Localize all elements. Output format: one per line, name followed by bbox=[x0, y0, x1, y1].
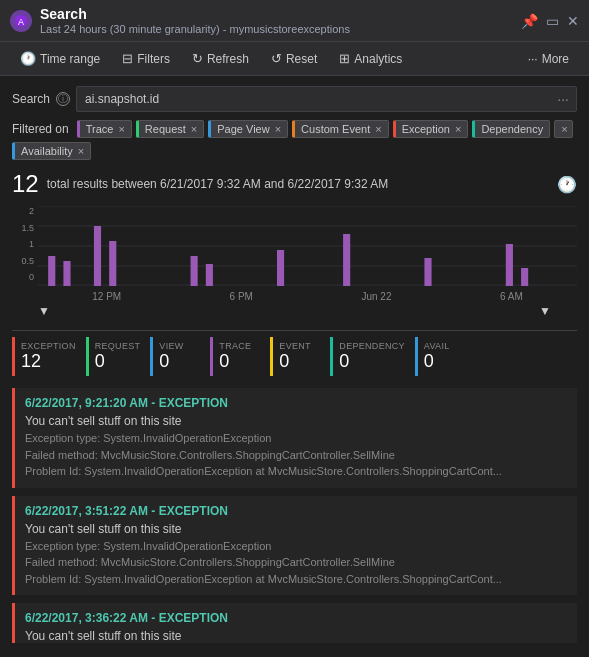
legend-request-label: REQUEST bbox=[95, 341, 141, 351]
legend-dependency[interactable]: DEPENDENCY 0 bbox=[330, 337, 415, 376]
window-controls: 📌 ▭ ✕ bbox=[521, 13, 579, 29]
chart-svg bbox=[38, 206, 577, 286]
search-input[interactable] bbox=[76, 86, 577, 112]
time-range-label: Time range bbox=[40, 52, 100, 66]
x-label-12pm: 12 PM bbox=[92, 291, 121, 302]
x-label-6pm: 6 PM bbox=[230, 291, 253, 302]
app-icon: A bbox=[10, 10, 32, 32]
legend-exception[interactable]: EXCEPTION 12 bbox=[12, 337, 86, 376]
log-entry-2[interactable]: 6/22/2017, 3:51:22 AM - EXCEPTION You ca… bbox=[12, 496, 577, 596]
remove-dependency-icon[interactable]: × bbox=[561, 123, 567, 135]
filter-tag-pageview[interactable]: Page View × bbox=[208, 120, 288, 138]
maximize-icon[interactable]: ▭ bbox=[546, 13, 559, 29]
filter-tag-dependency-x[interactable]: × bbox=[554, 120, 572, 138]
legend-dependency-label: DEPENDENCY bbox=[339, 341, 405, 351]
reset-button[interactable]: ↺ Reset bbox=[261, 46, 327, 71]
toolbar: 🕐 Time range ⊟ Filters ↻ Refresh ↺ Reset… bbox=[0, 42, 589, 76]
results-clock-icon[interactable]: 🕐 bbox=[557, 175, 577, 194]
legend-view-label: VIEW bbox=[159, 341, 183, 351]
refresh-button[interactable]: ↻ Refresh bbox=[182, 46, 259, 71]
legend-view-count: 0 bbox=[159, 351, 169, 372]
filter-tags-row: Filtered on Trace × Request × Page View … bbox=[12, 120, 577, 160]
legend-view[interactable]: VIEW 0 bbox=[150, 337, 210, 376]
y-axis: 2 1.5 1 0.5 0 bbox=[12, 206, 34, 286]
more-dots-icon: ··· bbox=[528, 52, 538, 66]
search-input-wrap: ··· bbox=[76, 86, 577, 112]
log-entry-3[interactable]: 6/22/2017, 3:36:22 AM - EXCEPTION You ca… bbox=[12, 603, 577, 643]
filters-button[interactable]: ⊟ Filters bbox=[112, 46, 180, 71]
search-row: Search ⓘ ··· bbox=[12, 86, 577, 112]
legend-trace-label: TRACE bbox=[219, 341, 251, 351]
remove-exception-icon[interactable]: × bbox=[455, 123, 461, 135]
chart-container: 2 1.5 1 0.5 0 bbox=[12, 206, 577, 289]
search-label: Search bbox=[12, 92, 50, 106]
legend-avail[interactable]: AVAIL 0 bbox=[415, 337, 475, 376]
legend-event-count: 0 bbox=[279, 351, 289, 372]
y-label-1: 1 bbox=[29, 239, 34, 249]
filter-tag-customevent[interactable]: Custom Event × bbox=[292, 120, 389, 138]
pin-icon[interactable]: 📌 bbox=[521, 13, 538, 29]
analytics-icon: ⊞ bbox=[339, 51, 350, 66]
svg-text:A: A bbox=[18, 16, 24, 26]
filter-tag-exception[interactable]: Exception × bbox=[393, 120, 469, 138]
svg-rect-8 bbox=[63, 261, 70, 286]
reset-label: Reset bbox=[286, 52, 317, 66]
app-title: Search bbox=[40, 6, 521, 22]
left-arrow-icon[interactable]: ▼ bbox=[38, 304, 50, 318]
legend-event[interactable]: EVENT 0 bbox=[270, 337, 330, 376]
reset-icon: ↺ bbox=[271, 51, 282, 66]
filter-icon: ⊟ bbox=[122, 51, 133, 66]
analytics-button[interactable]: ⊞ Analytics bbox=[329, 46, 412, 71]
more-button[interactable]: ··· More bbox=[518, 47, 579, 71]
chart-svg-container bbox=[38, 206, 577, 289]
svg-rect-9 bbox=[94, 226, 101, 286]
svg-rect-10 bbox=[109, 241, 116, 286]
remove-availability-icon[interactable]: × bbox=[78, 145, 84, 157]
legend-trace[interactable]: TRACE 0 bbox=[210, 337, 270, 376]
svg-rect-14 bbox=[343, 234, 350, 286]
legend-dependency-count: 0 bbox=[339, 351, 349, 372]
right-arrow-icon[interactable]: ▼ bbox=[539, 304, 551, 318]
legend-exception-count: 12 bbox=[21, 351, 41, 372]
main-content: Search ⓘ ··· Filtered on Trace × Request… bbox=[0, 76, 589, 643]
search-info-icon[interactable]: ⓘ bbox=[56, 92, 70, 106]
legend-avail-count: 0 bbox=[424, 351, 434, 372]
legend-event-label: EVENT bbox=[279, 341, 311, 351]
chart-area: 2 1.5 1 0.5 0 bbox=[12, 206, 577, 322]
app-subtitle: Last 24 hours (30 minute granularity) - … bbox=[40, 23, 521, 35]
remove-request-icon[interactable]: × bbox=[191, 123, 197, 135]
remove-pageview-icon[interactable]: × bbox=[275, 123, 281, 135]
filter-tag-request[interactable]: Request × bbox=[136, 120, 204, 138]
x-label-6am: 6 AM bbox=[500, 291, 523, 302]
legend-request[interactable]: REQUEST 0 bbox=[86, 337, 151, 376]
log-entry-1-detail: Exception type: System.InvalidOperationE… bbox=[25, 430, 569, 480]
y-label-15: 1.5 bbox=[21, 223, 34, 233]
close-icon[interactable]: ✕ bbox=[567, 13, 579, 29]
time-range-button[interactable]: 🕐 Time range bbox=[10, 46, 110, 71]
refresh-icon: ↻ bbox=[192, 51, 203, 66]
titlebar-text: Search Last 24 hours (30 minute granular… bbox=[40, 6, 521, 35]
remove-customevent-icon[interactable]: × bbox=[375, 123, 381, 135]
svg-rect-17 bbox=[521, 268, 528, 286]
log-entry-2-header: 6/22/2017, 3:51:22 AM - EXCEPTION bbox=[25, 504, 569, 518]
filter-tag-dependency[interactable]: Dependency bbox=[472, 120, 550, 138]
filters-label: Filters bbox=[137, 52, 170, 66]
y-label-0: 0 bbox=[29, 272, 34, 282]
filter-tag-trace[interactable]: Trace × bbox=[77, 120, 132, 138]
log-entry-2-detail: Exception type: System.InvalidOperationE… bbox=[25, 538, 569, 588]
search-options-button[interactable]: ··· bbox=[553, 91, 573, 107]
log-entry-2-message: You can't sell stuff on this site bbox=[25, 522, 569, 536]
log-entry-1[interactable]: 6/22/2017, 9:21:20 AM - EXCEPTION You ca… bbox=[12, 388, 577, 488]
legend-trace-count: 0 bbox=[219, 351, 229, 372]
log-entry-3-message: You can't sell stuff on this site bbox=[25, 629, 569, 643]
log-entry-1-message: You can't sell stuff on this site bbox=[25, 414, 569, 428]
svg-rect-15 bbox=[424, 258, 431, 286]
x-axis-labels: 12 PM 6 PM Jun 22 6 AM bbox=[12, 291, 577, 302]
analytics-label: Analytics bbox=[354, 52, 402, 66]
legend-exception-label: EXCEPTION bbox=[21, 341, 76, 351]
svg-rect-12 bbox=[206, 264, 213, 286]
legend-request-count: 0 bbox=[95, 351, 105, 372]
filter-tag-availability[interactable]: Availability × bbox=[12, 142, 91, 160]
y-label-2: 2 bbox=[29, 206, 34, 216]
remove-trace-icon[interactable]: × bbox=[118, 123, 124, 135]
